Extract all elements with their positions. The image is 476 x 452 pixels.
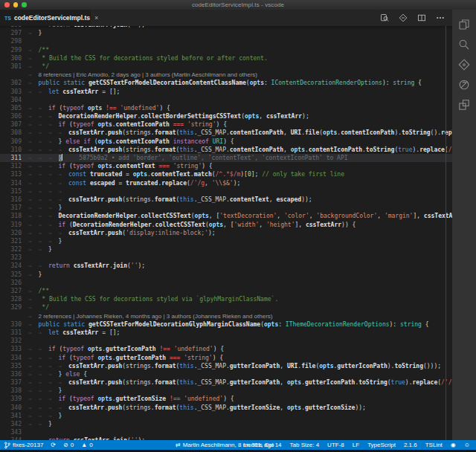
line-number[interactable]: 340: [0, 404, 28, 412]
linter-status[interactable]: TSLint: [425, 442, 443, 448]
code-editor[interactable]: 296→→return cssTextArr.join('');297→}298…: [0, 26, 452, 440]
activity-extensions-icon[interactable]: [458, 99, 470, 111]
line-number[interactable]: 333: [0, 345, 28, 353]
code-text: →→→→cssTextArr.push(strings.format(this.…: [28, 362, 452, 370]
activity-explorer-icon[interactable]: [458, 19, 470, 30]
line-number[interactable]: 315: [0, 187, 28, 196]
activity-source-control-icon[interactable]: [458, 59, 470, 71]
line-number[interactable]: [0, 312, 28, 320]
code-line: 301→ */: [0, 62, 452, 71]
code-line: 334→→→if (typeof opts.gutterIconPath ===…: [0, 354, 452, 362]
tab-whitespace-icon: →: [28, 355, 39, 362]
line-number[interactable]: 332: [0, 337, 28, 345]
activity-search-icon[interactable]: [458, 39, 470, 51]
tab-codeEditorServiceImpl[interactable]: TS codeEditorServiceImpl.ts ×: [0, 10, 91, 26]
line-number[interactable]: 335: [0, 362, 28, 370]
line-number[interactable]: 329: [0, 303, 28, 311]
tab-whitespace-icon: →: [28, 129, 39, 137]
line-number[interactable]: 341: [0, 412, 28, 420]
tab-whitespace-icon: →: [28, 196, 39, 204]
eol-status[interactable]: LF: [353, 442, 359, 448]
line-number[interactable]: 307: [0, 120, 28, 129]
code-line: 337→→→→cssTextArr.push(strings.format(th…: [0, 378, 452, 387]
warning-count: 0: [89, 442, 92, 448]
sync-status[interactable]: ⟳: [51, 442, 56, 448]
gitlens-blame-status[interactable]: ⇄ Martin Aeschlimann, 8 months ago: [176, 442, 274, 448]
line-number[interactable]: 309: [0, 138, 28, 146]
tab-whitespace-icon: →: [28, 404, 39, 412]
code-line: 326: [0, 279, 452, 287]
line-number[interactable]: 306: [0, 112, 28, 120]
line-number[interactable]: 337: [0, 378, 28, 387]
tab-close-icon[interactable]: ×: [94, 14, 98, 22]
line-number[interactable]: 334: [0, 354, 28, 362]
feedback-smiley-icon[interactable]: ☺: [464, 442, 470, 448]
line-number[interactable]: 316: [0, 196, 28, 204]
typescript-version-status[interactable]: 2.1.6: [404, 442, 417, 448]
eye-icon[interactable]: ◉: [451, 442, 456, 448]
line-number[interactable]: 318: [0, 212, 28, 220]
code-line: 320→→→→cssTextArr.push('display:inline-b…: [0, 229, 452, 237]
line-number[interactable]: 311: [0, 154, 28, 162]
split-editor-icon[interactable]: [416, 13, 426, 23]
text-cursor: [62, 154, 62, 161]
line-number[interactable]: 327: [0, 287, 28, 295]
line-number[interactable]: 324: [0, 262, 28, 270]
line-number[interactable]: 321: [0, 237, 28, 245]
activity-debug-icon[interactable]: [458, 79, 470, 91]
line-number[interactable]: 310: [0, 146, 28, 154]
line-number[interactable]: 297: [0, 29, 28, 37]
line-number[interactable]: 300: [0, 54, 28, 62]
line-number[interactable]: 339: [0, 395, 28, 403]
line-number[interactable]: 336: [0, 370, 28, 378]
warning-status[interactable]: ▲ 0: [81, 442, 92, 448]
line-number[interactable]: 298: [0, 37, 28, 45]
tab-whitespace-icon: →: [39, 171, 49, 178]
tab-whitespace-icon: →: [48, 379, 59, 387]
open-preview-icon[interactable]: [379, 13, 389, 23]
line-number[interactable]: 330: [0, 320, 28, 329]
line-number[interactable]: 305: [0, 104, 28, 112]
line-number[interactable]: 299: [0, 46, 28, 54]
line-number[interactable]: [0, 71, 28, 79]
line-number[interactable]: 342: [0, 420, 28, 428]
codelens-text[interactable]: →2 references | Johannes Rieken, 4 month…: [28, 312, 452, 320]
line-number[interactable]: 303: [0, 88, 28, 96]
code-line: 342→→}: [0, 420, 452, 428]
encoding-status[interactable]: UTF-8: [327, 442, 344, 448]
line-number[interactable]: 328: [0, 295, 28, 303]
line-number[interactable]: 317: [0, 204, 28, 212]
line-number[interactable]: 312: [0, 162, 28, 170]
git-branch-status[interactable]: fixes-20137: [4, 442, 43, 449]
line-number[interactable]: 319: [0, 221, 28, 229]
tab-whitespace-icon: →: [39, 371, 49, 378]
line-number[interactable]: 323: [0, 254, 28, 262]
line-number[interactable]: 304: [0, 96, 28, 104]
line-number[interactable]: 326: [0, 279, 28, 287]
tab-whitespace-icon: →: [28, 213, 39, 220]
code-line: 319→→→if (DecorationRenderHelper.collect…: [0, 221, 452, 229]
line-number[interactable]: 314: [0, 179, 28, 187]
line-number[interactable]: 320: [0, 229, 28, 237]
line-number[interactable]: 325: [0, 271, 28, 279]
language-status[interactable]: TypeScript: [367, 442, 396, 448]
gitlens-compare-icon[interactable]: [398, 13, 408, 23]
line-number[interactable]: 301: [0, 62, 28, 71]
line-number[interactable]: 331: [0, 329, 28, 337]
code-text: [28, 428, 452, 436]
codelens-text[interactable]: →8 references | Eric Amodio, 2 days ago …: [28, 71, 452, 79]
code-text: →→→→cssTextArr.push(strings.format(this.…: [28, 146, 452, 154]
line-number[interactable]: 338: [0, 387, 28, 395]
more-actions-icon[interactable]: [435, 13, 445, 23]
code-line: 335→→→→cssTextArr.push(strings.format(th…: [0, 362, 452, 370]
error-status[interactable]: ⊘ 0: [63, 442, 74, 448]
line-number[interactable]: 322: [0, 245, 28, 254]
line-number[interactable]: 302: [0, 79, 28, 87]
line-number[interactable]: 308: [0, 129, 28, 137]
tab-label: codeEditorServiceImpl.ts: [14, 14, 90, 22]
tab-size-status[interactable]: Tab Size: 4: [290, 442, 320, 448]
line-number[interactable]: 313: [0, 170, 28, 178]
line-number[interactable]: 343: [0, 428, 28, 436]
tab-whitespace-icon: →: [28, 421, 39, 428]
tab-whitespace-icon: →: [28, 88, 39, 96]
